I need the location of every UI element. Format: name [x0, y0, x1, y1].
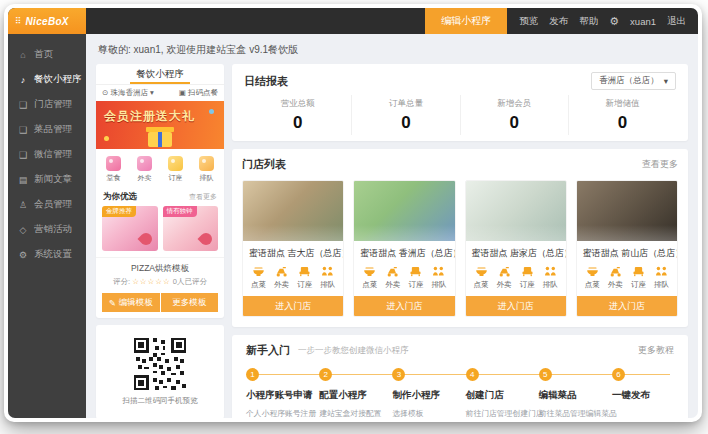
picks-more-link: 查看更多	[189, 192, 217, 202]
queue-icon	[199, 156, 214, 171]
enter-store-button[interactable]: 进入门店	[466, 296, 566, 316]
sidebar-item-label: 新闻文章	[34, 173, 72, 186]
scooter-icon	[609, 265, 622, 278]
store-select-dropdown[interactable]: 香洲店（总店） ▾	[591, 72, 676, 90]
sidebar-item-store-management[interactable]: ❑ 门店管理	[8, 92, 86, 117]
sidebar-item-restaurant-miniprogram[interactable]: ♪ 餐饮小程序	[8, 67, 86, 92]
scooter-icon	[275, 265, 288, 278]
preview-link[interactable]: 预览	[519, 15, 538, 28]
miniprogram-icon: ♪	[18, 75, 28, 85]
wechat-icon: ❑	[18, 150, 28, 160]
help-link[interactable]: 帮助	[579, 15, 598, 28]
step-link[interactable]: 选择模板	[392, 407, 465, 418]
action-label: 排队	[320, 280, 335, 290]
sidebar-item-marketing[interactable]: ◇ 营销活动	[8, 217, 86, 242]
bowl-icon	[475, 265, 488, 278]
confetti-icon	[209, 109, 214, 114]
store-action-takeout: 外卖	[608, 265, 623, 290]
edit-template-label: 编辑模板	[119, 297, 153, 309]
step-title: 创建门店	[466, 389, 539, 402]
scan-icon: ▣	[179, 88, 186, 97]
seat-icon	[632, 265, 645, 278]
enter-store-button[interactable]: 进入门店	[577, 296, 677, 316]
enter-store-button[interactable]: 进入门店	[354, 296, 454, 316]
action-label: 订座	[408, 280, 423, 290]
store-action-queue: 排队	[654, 265, 669, 290]
logout-link[interactable]: 退出	[667, 15, 686, 28]
sidebar-item-news-articles[interactable]: ▤ 新闻文章	[8, 167, 86, 192]
qr-preview-card: 扫描二维码同手机预览	[96, 325, 224, 418]
guide-step-3: 3 制作小程序 选择模板 设计制作	[392, 368, 465, 418]
action-label: 点菜	[585, 280, 600, 290]
step-title: 制作小程序	[392, 389, 465, 402]
stat-label: 订单总量	[352, 98, 459, 110]
sidebar-item-member-management[interactable]: ♙ 会员管理	[8, 192, 86, 217]
top-bar: ⠿ NiceBoX 编辑小程序 预览 发布 帮助 ⚙ xuan1 退出	[8, 8, 698, 34]
sidebar-item-wechat-management[interactable]: ❑ 微信管理	[8, 142, 86, 167]
store-photo	[354, 181, 454, 241]
store-action-order: 点菜	[251, 265, 266, 290]
category-takeout: 外卖	[137, 156, 152, 183]
store-list-section: 门店列表 查看更多 蜜语甜点 吉大店（总店） 点菜	[232, 149, 688, 327]
seat-icon	[298, 265, 311, 278]
step-number: 3	[392, 368, 405, 381]
template-name: PIZZA烘焙模板	[102, 263, 218, 275]
sidebar-item-label: 会员管理	[34, 198, 72, 211]
step-number: 2	[319, 368, 332, 381]
sidebar-item-home[interactable]: ⌂ 首页	[8, 42, 86, 67]
greeting-text: 尊敬的: xuan1, 欢迎使用建站宝盒 v9.1餐饮版	[96, 34, 688, 64]
store-card: 蜜语甜点 前山店（总店） 点菜 外卖 订座 排队 进入门店	[576, 180, 678, 317]
store-card: 蜜语甜点 唐家店（总店） 点菜 外卖 订座 排队 进入门店	[465, 180, 567, 317]
action-label: 外卖	[385, 280, 400, 290]
username[interactable]: xuan1	[630, 16, 656, 27]
daily-report-section: 日结报表 香洲店（总店） ▾ 营业总额 0	[232, 64, 688, 141]
stat-value: 0	[352, 113, 459, 133]
step-link[interactable]: 前往菜品管理编辑菜品	[539, 407, 612, 418]
store-photo	[466, 181, 566, 241]
store-card: 蜜语甜点 吉大店（总店） 点菜 外卖 订座 排队 进入门店	[242, 180, 344, 317]
more-tutorials-link[interactable]: 更多教程	[638, 344, 674, 357]
action-label: 排队	[543, 280, 558, 290]
category-queue: 排队	[199, 156, 214, 183]
scooter-icon	[386, 265, 399, 278]
guide-step-5: 5 编辑菜品 前往菜品管理编辑菜品	[539, 368, 612, 418]
guide-step-6: 6 一键发布	[612, 368, 674, 418]
store-icon: ❑	[18, 100, 28, 110]
edit-miniprogram-button[interactable]: 编辑小程序	[425, 8, 507, 34]
store-action-reserve: 订座	[520, 265, 535, 290]
miniprogram-preview: 餐饮小程序 ⊙ 珠海香洲店 ▾ ▣ 扫码点餐	[96, 64, 224, 318]
bowl-icon	[363, 265, 376, 278]
action-label: 外卖	[497, 280, 512, 290]
publish-link[interactable]: 发布	[549, 15, 568, 28]
grid-icon: ⠿	[15, 17, 22, 26]
more-templates-button[interactable]: 更多模板	[161, 293, 219, 312]
banner-text: 会员注册送大礼	[104, 108, 195, 125]
getting-started-section: 新手入门 一步一步教您创建微信小程序 更多教程 1 小程序账号申请 个人小程序账…	[232, 335, 688, 418]
settings-icon: ⚙	[18, 250, 28, 260]
pin-icon: ⊙	[102, 88, 108, 97]
sidebar-item-label: 门店管理	[34, 98, 72, 111]
rating-label: 评分:	[113, 277, 130, 286]
store-action-queue: 排队	[320, 265, 335, 290]
store-name: 蜜语甜点 吉大店（总店）	[243, 241, 343, 262]
category-label: 堂食	[107, 173, 121, 183]
stat-label: 新增会员	[461, 98, 568, 110]
news-icon: ▤	[18, 175, 28, 185]
sidebar-item-system-settings[interactable]: ⚙ 系统设置	[8, 242, 86, 267]
enter-store-button[interactable]: 进入门店	[243, 296, 343, 316]
store-action-queue: 排队	[543, 265, 558, 290]
step-link[interactable]: 前往门店管理创建门店	[466, 407, 539, 418]
sidebar-item-dish-management[interactable]: ❑ 菜品管理	[8, 117, 86, 142]
logo[interactable]: ⠿ NiceBoX	[8, 8, 86, 34]
promo-banner: 会员注册送大礼	[96, 101, 224, 149]
guide-step-4: 4 创建门店 前往门店管理创建门店	[466, 368, 539, 418]
edit-template-button[interactable]: ✎ 编辑模板	[102, 293, 160, 312]
step-link[interactable]: 个人小程序账号注册	[246, 407, 319, 418]
store-action-takeout: 外卖	[385, 265, 400, 290]
store-list-more-link[interactable]: 查看更多	[642, 158, 678, 171]
step-link[interactable]: 建站宝盒对接配置	[319, 407, 392, 418]
category-dine-in: 堂食	[106, 156, 121, 183]
gear-icon[interactable]: ⚙	[609, 15, 619, 28]
sidebar-item-label: 餐饮小程序	[34, 73, 82, 86]
app-window: ⠿ NiceBoX 编辑小程序 预览 发布 帮助 ⚙ xuan1 退出 ⌂ 首页	[4, 4, 702, 422]
